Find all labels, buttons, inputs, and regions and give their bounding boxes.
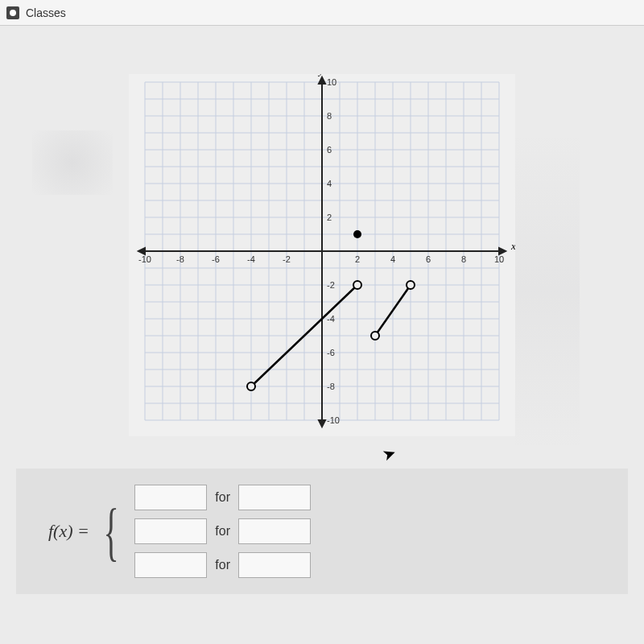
for-label: for: [215, 490, 230, 505]
svg-text:4: 4: [390, 254, 395, 264]
svg-text:4: 4: [327, 179, 332, 188]
svg-text:2: 2: [327, 213, 332, 222]
open-point: [353, 281, 361, 289]
paper-smudge: [32, 130, 113, 195]
domain-input-3[interactable]: [238, 552, 311, 578]
svg-text:-6: -6: [212, 254, 220, 264]
graph-container: x y -10 -8 -6 -4 -2 2 4 6 8 10 10 8 6 4: [129, 74, 515, 436]
x-axis-label: x: [510, 240, 515, 252]
svg-marker-43: [138, 248, 145, 254]
for-label: for: [215, 524, 230, 539]
svg-text:6: 6: [327, 145, 332, 155]
svg-text:-4: -4: [247, 254, 255, 264]
svg-marker-42: [499, 248, 506, 254]
svg-text:-2: -2: [283, 254, 291, 264]
svg-marker-44: [319, 77, 325, 84]
closed-point: [353, 230, 361, 238]
content-area: x y -10 -8 -6 -4 -2 2 4 6 8 10 10 8 6 4: [0, 26, 644, 644]
svg-text:-8: -8: [327, 382, 335, 391]
svg-marker-45: [319, 420, 325, 427]
svg-text:8: 8: [327, 111, 332, 121]
classes-tab-icon: [6, 6, 19, 19]
svg-text:-4: -4: [327, 314, 335, 324]
for-label: for: [215, 558, 230, 572]
paper-smudge: [515, 130, 580, 452]
svg-text:2: 2: [355, 254, 360, 264]
svg-text:6: 6: [426, 254, 431, 264]
brace-icon: {: [103, 506, 118, 557]
y-axis-label: y: [317, 74, 324, 76]
svg-text:-2: -2: [327, 280, 335, 290]
domain-input-1[interactable]: [238, 485, 311, 510]
svg-text:-6: -6: [327, 348, 335, 357]
expression-input-3[interactable]: [134, 552, 207, 578]
piecewise-row: for: [134, 485, 311, 510]
svg-text:-8: -8: [176, 254, 184, 264]
piecewise-row: for: [134, 552, 311, 578]
open-point: [371, 332, 379, 340]
expression-input-1[interactable]: [134, 485, 207, 510]
open-point: [247, 382, 255, 390]
piecewise-rows: for for for: [134, 485, 311, 578]
svg-text:-10: -10: [327, 415, 340, 425]
tab-bar: Classes: [0, 0, 644, 26]
coordinate-plane: x y -10 -8 -6 -4 -2 2 4 6 8 10 10 8 6 4: [129, 74, 515, 436]
svg-text:8: 8: [461, 254, 466, 264]
equation-lhs: f(x) =: [48, 521, 89, 542]
svg-text:10: 10: [327, 77, 336, 87]
domain-input-2[interactable]: [238, 518, 311, 544]
open-point: [407, 281, 415, 289]
tab-label[interactable]: Classes: [26, 6, 66, 19]
equation-area: f(x) = { for for for: [16, 469, 628, 594]
cursor-icon: ➤: [379, 443, 398, 465]
piecewise-row: for: [134, 518, 311, 544]
expression-input-2[interactable]: [134, 518, 207, 544]
svg-text:-10: -10: [138, 254, 151, 264]
svg-text:10: 10: [494, 254, 504, 264]
